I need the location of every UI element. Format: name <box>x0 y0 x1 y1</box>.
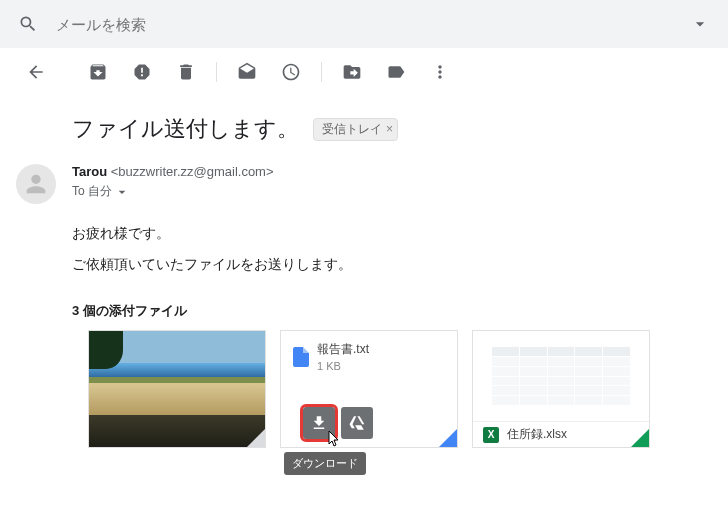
image-thumbnail <box>89 331 265 447</box>
recipient-text: To 自分 <box>72 183 112 200</box>
sender-email: <buzzwriter.zz@gmail.com> <box>111 164 274 179</box>
recipient-dropdown[interactable]: To 自分 <box>72 183 274 200</box>
remove-label-icon[interactable]: × <box>386 122 393 136</box>
body-line: お疲れ様です。 <box>72 218 712 249</box>
excel-icon: X <box>483 427 499 443</box>
sender-name: Tarou <box>72 164 107 179</box>
toolbar-separator <box>216 62 217 82</box>
attachment-xlsx[interactable]: X 住所録.xlsx <box>472 330 650 448</box>
inbox-label-text: 受信トレイ <box>322 121 382 138</box>
search-options-caret-icon[interactable] <box>688 12 712 36</box>
spreadsheet-thumbnail <box>473 331 649 421</box>
toolbar-separator <box>321 62 322 82</box>
archive-button[interactable] <box>78 52 118 92</box>
labels-button[interactable] <box>376 52 416 92</box>
search-input[interactable] <box>56 16 688 33</box>
email-body: お疲れ様です。 ご依頼頂いていたファイルをお送りします。 <box>16 204 712 280</box>
email-subject: ファイル送付します。 <box>72 114 299 144</box>
download-button[interactable] <box>303 407 335 439</box>
dogear-icon <box>631 429 649 447</box>
report-spam-button[interactable] <box>122 52 162 92</box>
attachments-heading: 3 個の添付ファイル <box>16 280 712 330</box>
body-line: ご依頼頂いていたファイルをお送りします。 <box>72 249 712 280</box>
attachment-filename: 報告書.txt <box>317 341 369 358</box>
message-toolbar <box>0 48 728 96</box>
search-bar <box>0 0 728 48</box>
back-button[interactable] <box>16 52 56 92</box>
inbox-label-chip[interactable]: 受信トレイ × <box>313 118 398 141</box>
snooze-button[interactable] <box>271 52 311 92</box>
move-to-button[interactable] <box>332 52 372 92</box>
attachment-txt[interactable]: 報告書.txt 1 KB ダウンロード <box>280 330 458 448</box>
dogear-icon <box>247 429 265 447</box>
attachment-image[interactable] <box>88 330 266 448</box>
text-file-icon <box>293 347 309 367</box>
save-to-drive-button[interactable] <box>341 407 373 439</box>
mark-unread-button[interactable] <box>227 52 267 92</box>
attachment-filename: 住所録.xlsx <box>507 426 567 443</box>
subject-row: ファイル送付します。 受信トレイ × <box>0 96 728 154</box>
dogear-icon <box>439 429 457 447</box>
download-tooltip: ダウンロード <box>284 452 366 475</box>
more-button[interactable] <box>420 52 460 92</box>
delete-button[interactable] <box>166 52 206 92</box>
search-icon[interactable] <box>16 12 40 36</box>
attachment-filesize: 1 KB <box>317 360 369 372</box>
chevron-down-icon <box>114 184 130 200</box>
sender-avatar[interactable] <box>16 164 56 204</box>
